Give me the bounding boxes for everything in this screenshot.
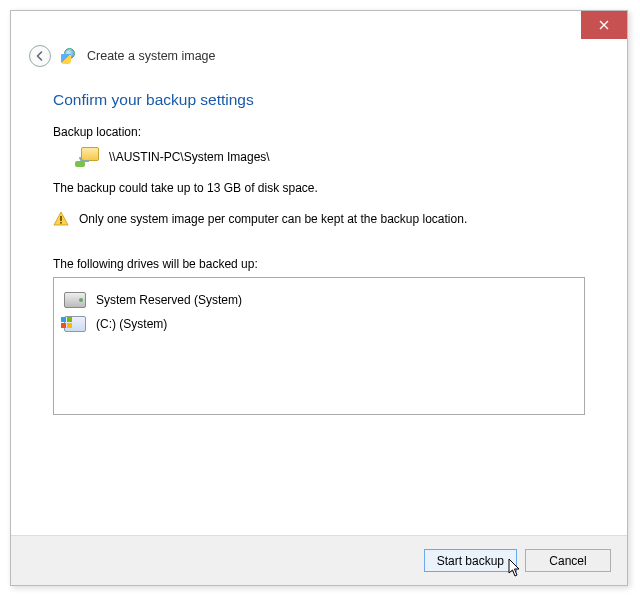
disk-space-text: The backup could take up to 13 GB of dis…: [53, 181, 585, 195]
drive-name: System Reserved (System): [96, 293, 242, 307]
header-row: Create a system image: [11, 39, 627, 77]
back-button[interactable]: [29, 45, 51, 67]
close-icon: [599, 20, 609, 30]
system-image-icon: [61, 48, 77, 64]
svg-rect-0: [60, 216, 62, 221]
drive-row: (C:) (System): [62, 312, 576, 336]
window-title: Create a system image: [87, 49, 216, 63]
page-heading: Confirm your backup settings: [53, 91, 585, 109]
start-backup-button[interactable]: Start backup: [424, 549, 517, 572]
warning-row: Only one system image per computer can b…: [53, 211, 585, 227]
footer: Start backup Cancel: [11, 535, 627, 585]
drives-list: System Reserved (System) (C:) (System): [53, 277, 585, 415]
close-button[interactable]: [581, 11, 627, 39]
back-arrow-icon: [34, 50, 46, 62]
warning-text: Only one system image per computer can b…: [79, 212, 467, 226]
svg-rect-1: [60, 222, 62, 224]
backup-location-row: \\AUSTIN-PC\System Images\: [53, 147, 585, 167]
cancel-button[interactable]: Cancel: [525, 549, 611, 572]
drives-label: The following drives will be backed up:: [53, 257, 585, 271]
drive-icon: [64, 292, 86, 308]
wizard-window: Create a system image Confirm your backu…: [10, 10, 628, 586]
drive-row: System Reserved (System): [62, 288, 576, 312]
drive-name: (C:) (System): [96, 317, 167, 331]
backup-location-path: \\AUSTIN-PC\System Images\: [109, 150, 270, 164]
windows-drive-icon: [64, 316, 86, 332]
content-area: Confirm your backup settings Backup loca…: [11, 77, 627, 415]
warning-icon: [53, 211, 69, 227]
backup-location-label: Backup location:: [53, 125, 585, 139]
titlebar: [11, 11, 627, 39]
network-folder-icon: [75, 147, 99, 167]
